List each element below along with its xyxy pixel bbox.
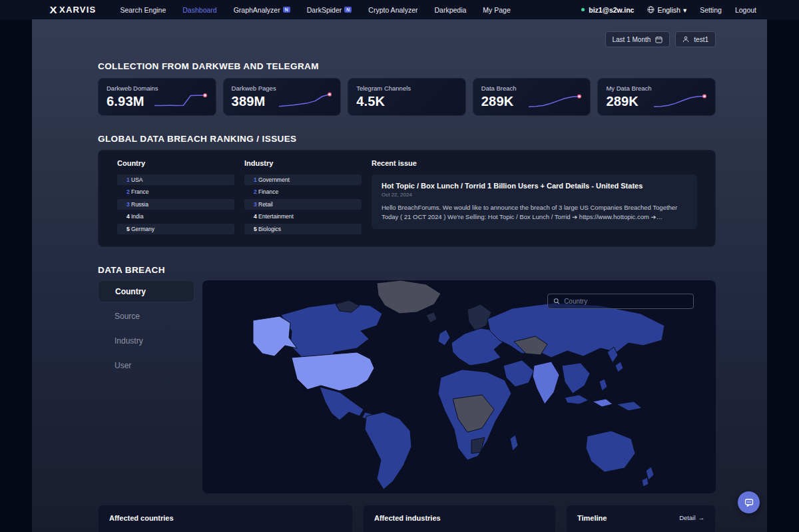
dashboard-content: Last 1 Month test1 COLLECTION FROM DARKW… xyxy=(32,19,767,532)
nav-item-darkpedia[interactable]: Darkpedia xyxy=(434,6,466,14)
rank-row-country-2[interactable]: 2France xyxy=(117,187,234,198)
app-logo[interactable]: X XARVIS xyxy=(50,4,96,15)
chat-bubble-icon xyxy=(744,497,754,508)
globe-icon xyxy=(647,6,655,13)
rank-row-country-4[interactable]: 4India xyxy=(117,212,234,222)
stat-card-darkweb-pages: Darkweb Pages 389M xyxy=(223,78,342,116)
timeline-card: Timeline Detail → xyxy=(566,505,716,532)
column-title: Country xyxy=(117,159,234,167)
sparkline-chart xyxy=(278,90,332,110)
sparkline-chart xyxy=(527,90,582,110)
tab-industry[interactable]: Industry xyxy=(98,330,194,352)
country-search-input[interactable] xyxy=(564,298,688,305)
chat-fab-button[interactable] xyxy=(738,491,760,513)
nav-item-crypto-analyzer[interactable]: Crypto Analyzer xyxy=(368,6,417,14)
logo-text: XARVIS xyxy=(59,5,96,15)
recent-issue-card[interactable]: Hot Topic / Box Lunch / Torrid 1 Billion… xyxy=(372,174,697,229)
bottom-card-row: Affected countries Affected industries T… xyxy=(98,505,716,532)
rank-row-country-3[interactable]: 3Russia xyxy=(117,199,234,210)
top-nav: X XARVIS Search Engine Dashboard GraphAn… xyxy=(0,0,799,19)
stat-card-darkweb-domains: Darkweb Domains 6.93M xyxy=(98,78,216,116)
user-profile-button[interactable]: test1 xyxy=(675,31,716,47)
nav-item-dashboard[interactable]: Dashboard xyxy=(182,6,216,14)
language-selector[interactable]: English ▾ xyxy=(647,6,686,14)
logo-x-icon: X xyxy=(50,4,57,15)
calendar-icon xyxy=(655,36,663,43)
rank-row-industry-1[interactable]: 1Government xyxy=(244,174,362,185)
tab-user[interactable]: User xyxy=(98,354,194,376)
issue-title: Hot Topic / Box Lunch / Torrid 1 Billion… xyxy=(382,182,687,190)
rank-row-industry-5[interactable]: 5Biologics xyxy=(244,224,362,234)
recent-issue-column: Recent issue Hot Topic / Box Lunch / Tor… xyxy=(372,159,697,238)
world-map-panel xyxy=(202,280,716,493)
rank-row-country-1[interactable]: 1USA xyxy=(117,174,234,185)
card-title: Affected countries xyxy=(109,514,342,522)
rank-row-industry-3[interactable]: 3Retail xyxy=(244,199,362,210)
nav-item-my-page[interactable]: My Page xyxy=(483,6,510,14)
collection-heading: COLLECTION FROM DARKWEB AND TELEGRAM xyxy=(98,61,716,71)
issue-body: Hello BreachForums. We would like to ann… xyxy=(382,203,687,222)
rank-row-industry-2[interactable]: 2Finance xyxy=(244,187,362,198)
timeline-detail-link[interactable]: Detail → xyxy=(679,514,704,521)
stat-card-row: Darkweb Domains 6.93M Darkweb Pages 389M… xyxy=(98,78,716,116)
rank-row-country-5[interactable]: 5Germany xyxy=(117,224,234,234)
affected-countries-card: Affected countries xyxy=(98,505,353,532)
column-title: Recent issue xyxy=(372,159,697,167)
account-email: biz1@s2w.inc xyxy=(581,6,634,14)
search-icon xyxy=(553,298,560,305)
stat-card-telegram-channels: Telegram Channels 4.5K xyxy=(348,78,466,116)
top-toolbar: Last 1 Month test1 xyxy=(98,31,716,47)
user-icon xyxy=(682,36,689,43)
sparkline-chart xyxy=(153,90,208,110)
stat-card-data-breach: Data Breach 289K xyxy=(473,78,591,116)
ranking-heading: GLOBAL DATA BREACH RANKING / ISSUES xyxy=(98,134,716,144)
rank-row-industry-4[interactable]: 4Entertainment xyxy=(244,212,362,222)
country-ranking: Country 1USA 2France 3Russia 4India 5Ger… xyxy=(117,159,234,238)
date-range-button[interactable]: Last 1 Month xyxy=(605,31,670,47)
nav-item-darkspider[interactable]: DarkSpiderN xyxy=(307,6,352,14)
issue-date: Oct 22, 2024 xyxy=(382,192,687,198)
ranking-panel: Country 1USA 2France 3Russia 4India 5Ger… xyxy=(98,150,716,247)
tab-source[interactable]: Source xyxy=(98,305,194,327)
data-breach-heading: DATA BREACH xyxy=(98,265,716,275)
affected-industries-card: Affected industries xyxy=(363,505,556,532)
chevron-down-icon: ▾ xyxy=(683,6,686,14)
sparkline-chart xyxy=(403,90,457,110)
nav-item-graphanalyzer[interactable]: GraphAnalyzerN xyxy=(234,6,290,14)
world-choropleth-map[interactable] xyxy=(202,280,716,493)
card-title: Affected industries xyxy=(374,514,545,522)
nav-item-search-engine[interactable]: Search Engine xyxy=(120,6,166,14)
sparkline-chart xyxy=(653,90,707,110)
logout-link[interactable]: Logout xyxy=(735,6,756,14)
new-badge: N xyxy=(283,7,290,13)
card-title: Timeline xyxy=(577,514,607,522)
tab-country[interactable]: Country xyxy=(98,280,194,302)
online-status-icon xyxy=(581,8,585,11)
arrow-right-icon: → xyxy=(698,514,705,521)
map-country-search[interactable] xyxy=(547,294,694,309)
stat-card-my-data-breach: My Data Breach 289K xyxy=(597,78,716,116)
column-title: Industry xyxy=(244,159,362,167)
main-nav: Search Engine Dashboard GraphAnalyzerN D… xyxy=(120,6,510,14)
new-badge: N xyxy=(344,7,352,13)
setting-link[interactable]: Setting xyxy=(700,6,722,14)
breach-tab-list: Country Source Industry User xyxy=(98,280,194,493)
industry-ranking: Industry 1Government 2Finance 3Retail 4E… xyxy=(244,159,362,238)
data-breach-section: Country Source Industry User xyxy=(98,280,716,493)
